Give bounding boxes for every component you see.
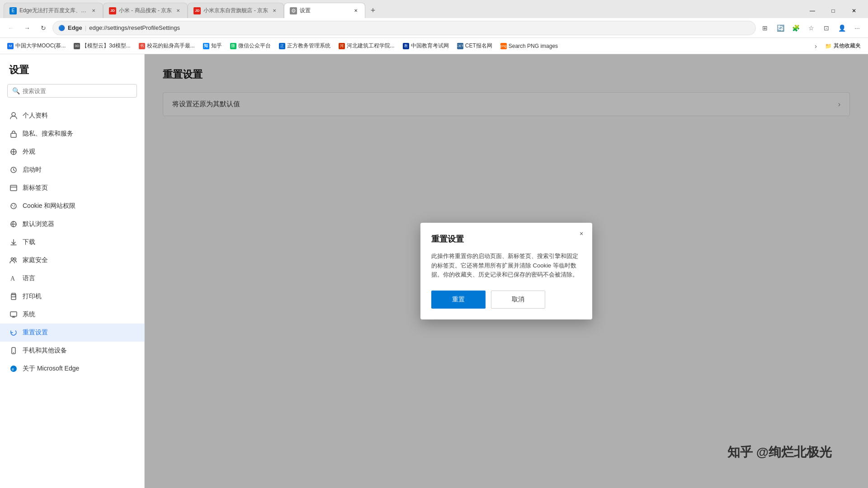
bookmark-model[interactable]: 3D 【模型云】3d模型... — [70, 40, 134, 52]
search-icon: 🔍 — [12, 87, 20, 94]
svg-point-0 — [12, 113, 15, 116]
sidebar-item-profile[interactable]: 个人资料 — [0, 107, 144, 125]
cookies-icon — [9, 202, 18, 211]
bookmark-zhengfang[interactable]: 正 正方教务管理系统 — [275, 40, 334, 52]
forward-button[interactable]: → — [20, 21, 34, 35]
collections-icon[interactable]: ⊡ — [819, 21, 834, 35]
sidebar-item-newtab[interactable]: 新标签页 — [0, 179, 144, 197]
sidebar-label-privacy: 隐私、搜索和服务 — [23, 130, 73, 138]
maximize-button[interactable]: □ — [823, 4, 844, 18]
svg-point-15 — [15, 296, 16, 296]
bookmark-hebei[interactable]: 河 河北建筑工程学院... — [335, 40, 398, 52]
bookmark-xiaohuan[interactable]: 书 校花的贴身高手最... — [135, 40, 198, 52]
sidebar-label-system: 系统 — [23, 310, 35, 319]
bookmark-icon-wechat: 微 — [230, 43, 236, 49]
dialog-reset-button[interactable]: 重置 — [431, 291, 486, 309]
bookmark-png[interactable]: png Search PNG images — [497, 41, 561, 51]
bookmark-label-zhengfang: 正方教务管理系统 — [287, 42, 330, 50]
sidebar-item-system[interactable]: 系统 — [0, 305, 144, 324]
sidebar-label-profile: 个人资料 — [23, 112, 48, 120]
tab-edge[interactable]: E Edge无法打开百度文库、百度影... ✕ — [4, 3, 103, 18]
favorites-button[interactable]: ☆ — [804, 21, 818, 35]
printer-icon — [9, 292, 18, 301]
back-button[interactable]: ← — [4, 21, 18, 35]
sidebar-label-newtab: 新标签页 — [23, 184, 48, 192]
bookmark-mooc[interactable]: M 中国大学MOOC(慕... — [4, 40, 69, 52]
bookmark-jyks[interactable]: 教 中国教育考试网 — [399, 40, 453, 52]
sidebar-item-printer[interactable]: 打印机 — [0, 287, 144, 305]
startup-icon — [9, 165, 18, 174]
folder-icon: 📁 — [825, 43, 832, 49]
search-input[interactable] — [23, 88, 132, 94]
tab-label-jd1: 小米 - 商品搜索 - 京东 — [119, 7, 172, 14]
sidebar-item-about[interactable]: e 关于 Microsoft Edge — [0, 360, 144, 378]
sidebar-label-startup: 启动时 — [23, 166, 42, 174]
tab-icon-jd2: JD — [193, 7, 201, 14]
tab-jd1[interactable]: JD 小米 - 商品搜索 - 京东 ✕ — [103, 3, 188, 18]
address-separator: | — [85, 24, 86, 31]
svg-rect-13 — [11, 297, 16, 300]
newtab-icon — [9, 183, 18, 192]
tab-jd2[interactable]: JD 小米京东自营旗舰店 - 京东 ✕ — [188, 3, 284, 18]
bookmark-icon-mooc: M — [7, 43, 14, 49]
sidebar-item-language[interactable]: A 语言 — [0, 269, 144, 287]
tab-close-jd1[interactable]: ✕ — [175, 7, 182, 14]
sidebar-label-printer: 打印机 — [23, 292, 42, 300]
profile-sync-button[interactable]: 🔄 — [773, 21, 788, 35]
sidebar-item-appearance[interactable]: 外观 — [0, 143, 144, 161]
sidebar-item-reset[interactable]: 重置设置 — [0, 324, 144, 342]
sidebar-label-appearance: 外观 — [23, 148, 35, 156]
bookmark-label-jyks: 中国教育考试网 — [411, 42, 449, 50]
search-box[interactable]: 🔍 — [7, 84, 137, 98]
dialog-cancel-button[interactable]: 取消 — [491, 291, 545, 309]
new-tab-button[interactable]: + — [365, 3, 381, 18]
profile-icon[interactable]: 👤 — [835, 21, 849, 35]
bookmark-zhihu[interactable]: 知 知乎 — [199, 40, 226, 52]
sidebar-item-defaultbrowser[interactable]: 默认浏览器 — [0, 215, 144, 233]
sidebar-item-downloads[interactable]: 下载 — [0, 233, 144, 251]
dialog-close-button[interactable]: × — [576, 228, 587, 239]
system-icon — [9, 310, 18, 319]
sidebar-label-about: 关于 Microsoft Edge — [23, 365, 79, 373]
tab-label-jd2: 小米京东自营旗舰店 - 京东 — [203, 7, 268, 14]
tab-close-edge[interactable]: ✕ — [90, 7, 97, 14]
browser-window: E Edge无法打开百度文库、百度影... ✕ JD 小米 - 商品搜索 - 京… — [0, 0, 868, 488]
bookmarks-more-button[interactable]: › — [811, 41, 821, 52]
bookmarks-folder[interactable]: 📁 其他收藏夹 — [821, 40, 864, 52]
refresh-button[interactable]: ↻ — [36, 21, 51, 35]
bookmark-label-zhihu: 知乎 — [211, 42, 222, 50]
more-button[interactable]: ··· — [850, 21, 864, 35]
tab-bar: E Edge无法打开百度文库、百度影... ✕ JD 小米 - 商品搜索 - 京… — [0, 0, 868, 18]
sidebar-item-privacy[interactable]: 隐私、搜索和服务 — [0, 125, 144, 143]
tab-settings[interactable]: ⚙ 设置 ✕ — [284, 3, 365, 18]
extensions-button[interactable]: 🧩 — [788, 21, 803, 35]
bookmark-icon-model: 3D — [74, 43, 80, 49]
tab-close-settings[interactable]: ✕ — [352, 7, 359, 14]
dialog-overlay: × 重置设置 此操作将重置你的启动页面、新标签页、搜索引擎和固定的标签页。它还将… — [145, 54, 868, 488]
content-area: 重置设置 将设置还原为其默认值 › × 重置设置 此操作将重置你的启动页面、新标… — [145, 54, 868, 488]
sidebar-label-language: 语言 — [23, 274, 35, 282]
bookmark-cet[interactable]: CET CET报名网 — [453, 40, 496, 52]
window-controls: — □ ✕ — [802, 4, 864, 18]
svg-point-10 — [11, 258, 14, 260]
bookmark-icon-hebei: 河 — [339, 43, 345, 49]
sidebar-item-cookies[interactable]: Cookie 和网站权限 — [0, 197, 144, 215]
sidebar-item-startup[interactable]: 启动时 — [0, 161, 144, 179]
tab-close-jd2[interactable]: ✕ — [271, 7, 278, 14]
sidebar-title: 设置 — [0, 63, 144, 84]
bookmark-icon-jyks: 教 — [403, 43, 409, 49]
sidebar-item-mobile[interactable]: 手机和其他设备 — [0, 342, 144, 360]
toolbar: ← → ↻ 🔵 Edge | edge://settings/resetProf… — [0, 18, 868, 38]
address-bar[interactable]: 🔵 Edge | edge://settings/resetProfileSet… — [52, 21, 756, 35]
collections-button[interactable]: ⊞ — [758, 21, 772, 35]
bookmark-wechat[interactable]: 微 微信公众平台 — [226, 40, 274, 52]
sidebar: 设置 🔍 个人资料 隐私、搜索和服务 外观 — [0, 54, 145, 488]
tab-icon-edge: E — [9, 7, 17, 14]
close-button[interactable]: ✕ — [844, 4, 864, 18]
sidebar-item-family[interactable]: 家庭安全 — [0, 251, 144, 269]
profile-icon — [9, 111, 18, 120]
edge-logo-icon: 🔵 — [58, 25, 65, 31]
svg-rect-1 — [11, 133, 16, 137]
address-brand: Edge — [68, 24, 82, 31]
minimize-button[interactable]: — — [802, 4, 823, 18]
